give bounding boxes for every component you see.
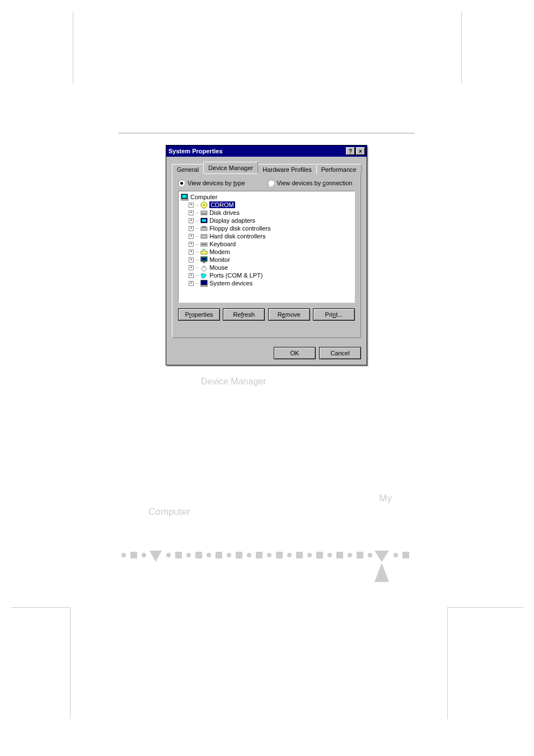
svg-rect-40 (276, 552, 283, 558)
modem-icon (200, 248, 208, 256)
svg-rect-1 (182, 195, 186, 198)
svg-rect-26 (130, 552, 137, 558)
expand-icon[interactable]: + (189, 281, 194, 286)
svg-point-33 (207, 553, 211, 557)
tree-item-label: System devices (209, 280, 252, 287)
radio-view-by-type[interactable]: View devices by type (178, 180, 245, 186)
svg-point-45 (327, 553, 332, 557)
expand-icon[interactable]: + (189, 257, 194, 262)
tab-general[interactable]: General (172, 164, 204, 174)
figure-caption: Device Manager (201, 377, 266, 387)
radio-icon (178, 180, 185, 186)
tree-item-label: Hard disk controllers (209, 233, 265, 240)
svg-point-49 (368, 553, 372, 557)
cd-icon (200, 201, 208, 209)
tree-item-mouse[interactable]: + ·· Mouse (181, 264, 352, 271)
expand-icon[interactable]: + (189, 210, 194, 215)
expand-icon[interactable]: + (189, 242, 194, 247)
refresh-button[interactable]: Refresh (223, 308, 265, 321)
tree-item-ports[interactable]: + ·· Ports (COM & LPT) (181, 271, 352, 279)
device-tree[interactable]: Computer + ·· CDROM + ·· (178, 191, 355, 303)
close-button[interactable]: × (356, 147, 365, 155)
svg-rect-6 (202, 213, 207, 214)
tree-item-monitor[interactable]: + ·· Monitor (181, 256, 352, 264)
svg-rect-24 (200, 285, 208, 287)
svg-point-52 (394, 553, 398, 557)
tab-device-manager[interactable]: Device Manager (203, 162, 258, 173)
hdd-ctl-icon (200, 233, 208, 240)
radio-view-by-connection[interactable]: View devices by connection (268, 180, 353, 186)
view-mode-radios: View devices by type View devices by con… (178, 180, 355, 186)
svg-rect-17 (201, 251, 207, 254)
svg-point-39 (267, 553, 271, 557)
svg-rect-16 (205, 244, 206, 245)
tree-item-disk-drives[interactable]: + ·· Disk drives (181, 209, 352, 217)
tree-item-system-devices[interactable]: + ·· System devices (181, 279, 352, 287)
horizontal-rule (118, 133, 415, 134)
system-icon (200, 280, 208, 287)
expand-icon[interactable]: + (189, 226, 194, 231)
tree-item-keyboard[interactable]: + ·· Keyboard (181, 240, 352, 248)
text-computer: Computer (148, 506, 190, 517)
print-button[interactable]: Print... (313, 308, 355, 321)
help-button[interactable]: ? (346, 147, 355, 155)
tabstrip: General Device Manager Hardware Profiles… (172, 161, 361, 173)
svg-rect-48 (357, 552, 363, 558)
titlebar[interactable]: System Properties ? × (166, 145, 367, 157)
expand-icon[interactable]: + (189, 234, 194, 239)
tree-item-modem[interactable]: + ·· Modem (181, 248, 352, 256)
svg-marker-28 (149, 551, 162, 562)
svg-rect-15 (203, 244, 204, 245)
svg-rect-38 (256, 552, 263, 558)
properties-button[interactable]: Properties (178, 308, 220, 321)
tree-item-label: Ports (COM & LPT) (209, 272, 263, 279)
svg-point-35 (227, 553, 231, 557)
ok-button[interactable]: OK (274, 347, 316, 359)
svg-marker-51 (374, 563, 389, 582)
tree-item-label: Display adapters (209, 217, 255, 224)
system-properties-dialog: System Properties ? × General Device Man… (166, 145, 367, 365)
tree-root[interactable]: Computer (181, 193, 352, 201)
svg-rect-19 (202, 258, 206, 260)
svg-rect-44 (316, 552, 323, 558)
dialog-title: System Properties (168, 148, 345, 154)
expand-icon[interactable]: + (189, 203, 194, 208)
svg-point-31 (186, 553, 191, 557)
svg-marker-50 (374, 551, 389, 562)
svg-rect-34 (216, 552, 222, 558)
remove-button[interactable]: Remove (268, 308, 310, 321)
svg-rect-53 (402, 552, 409, 558)
svg-rect-42 (296, 552, 303, 558)
text-my: My (379, 493, 392, 504)
tab-performance[interactable]: Performance (316, 164, 362, 174)
page-frame-bottom (11, 607, 523, 680)
svg-point-27 (142, 553, 146, 557)
svg-rect-46 (336, 552, 343, 558)
tree-item-cdrom[interactable]: + ·· CDROM (181, 201, 352, 209)
svg-rect-14 (202, 244, 203, 245)
expand-icon[interactable]: + (189, 265, 194, 270)
expand-icon[interactable]: + (189, 250, 194, 255)
svg-rect-10 (202, 226, 206, 228)
tree-item-label: Mouse (209, 264, 228, 271)
svg-point-37 (247, 553, 251, 557)
ports-icon (200, 272, 208, 279)
cancel-button[interactable]: Cancel (319, 347, 361, 359)
svg-point-41 (287, 553, 292, 557)
tree-item-hdd-controllers[interactable]: + ·· Hard disk controllers (181, 232, 352, 240)
svg-point-29 (166, 553, 171, 557)
svg-rect-8 (202, 219, 206, 222)
tree-item-display-adapters[interactable]: + ·· Display adapters (181, 217, 352, 224)
svg-rect-23 (201, 280, 207, 285)
svg-rect-36 (236, 552, 242, 558)
disk-icon (200, 209, 208, 217)
radio-icon (268, 180, 274, 186)
expand-icon[interactable]: + (189, 218, 194, 223)
mouse-icon (200, 264, 208, 271)
tree-item-floppy-controllers[interactable]: + ·· Floppy disk controllers (181, 224, 352, 232)
action-buttons: Properties Refresh Remove Print... (178, 308, 355, 321)
tab-hardware-profiles[interactable]: Hardware Profiles (257, 164, 316, 174)
expand-icon[interactable]: + (189, 273, 194, 278)
svg-rect-20 (203, 262, 205, 263)
tree-item-label: Modem (209, 248, 230, 255)
